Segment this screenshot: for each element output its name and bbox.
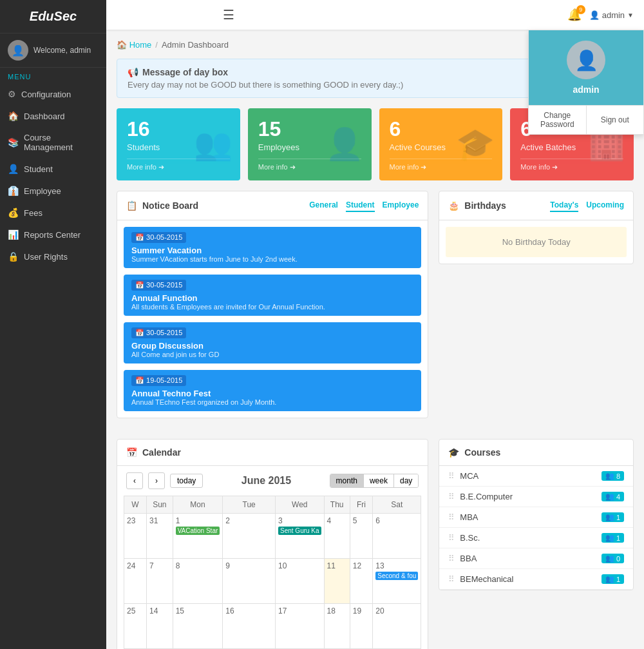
tab-student[interactable]: Student [346,199,375,212]
table-row[interactable]: 3Sent Guru Ka [276,514,325,559]
sidebar-item-employee[interactable]: 👔Employee [0,180,106,202]
cal-col-tue: Tue [223,496,276,514]
table-row[interactable]: 13Second & fou [373,559,421,604]
birthday-empty: No Birthday Today [446,227,627,257]
list-item[interactable]: ⠿ MCA 👥 8 [439,466,633,487]
sidebar-item-dashboard[interactable]: 🏠Dashboard [0,105,106,127]
calendar-next-button[interactable]: › [148,472,165,489]
sidebar-item-configuration[interactable]: ⚙Configuration [0,83,106,105]
course-badge: 👥 0 [601,554,624,563]
course-name: ⠿ MBA [448,512,478,522]
list-item[interactable]: 📅 30-05-2015 Summer Vacation Summer VAca… [124,227,421,268]
cal-col-fri: Fri [350,496,372,514]
list-item[interactable]: 📅 30-05-2015 Annual Function All student… [124,275,421,316]
drag-icon: ⠿ [448,554,455,563]
list-item[interactable]: 📅 30-05-2015 Group Discussion All Come a… [124,322,421,363]
course-name: ⠿ BBA [448,554,477,563]
drag-icon: ⠿ [448,574,455,584]
user-dropdown-name: admin [539,84,633,95]
sidebar-item-course-management[interactable]: 📚Course Management [0,127,106,158]
breadcrumb-home[interactable]: 🏠 Home [117,40,151,50]
table-row[interactable]: 4 [324,514,350,559]
calendar-today-button[interactable]: today [170,474,203,488]
change-password-button[interactable]: Change Password [529,106,587,134]
list-item[interactable]: ⠿ B.E.Computer 👥 4 [439,487,633,507]
sidebar-item-label: Reports Center [24,230,80,240]
table-row[interactable]: 5 [350,514,372,559]
table-row[interactable]: 15 [173,604,223,649]
notice-desc: All Come and join us for GD [131,351,413,358]
notice-board-title-group: 📋 Notice Board [126,200,198,211]
notice-desc: Summer VAcation starts from June to July… [131,255,413,263]
stat-card-students[interactable]: 16 Students More info ➜ 👥 [117,108,240,180]
tab-upcoming[interactable]: Upcoming [586,199,624,212]
hamburger-icon[interactable]: ☰ [223,7,234,23]
user-dropdown: 👤 admin Change Password Sign out [528,30,644,135]
user-dropdown-profile: 👤 admin [529,30,643,105]
table-row[interactable]: 20 [373,604,421,649]
calendar-event[interactable]: Sent Guru Ka [278,527,321,535]
course-badge: 👥 1 [601,533,624,543]
list-item[interactable]: ⠿ MBA 👥 1 [439,507,633,528]
sidebar-nav: ⚙Configuration🏠Dashboard📚Course Manageme… [0,83,106,267]
sidebar-item-label: Dashboard [24,111,65,121]
table-row[interactable]: 7 [147,559,173,604]
sidebar-item-student[interactable]: 👤Student [0,158,106,180]
table-row[interactable]: 18 [324,604,350,649]
course-name: ⠿ B.E.Computer [448,492,513,501]
calendar-month-view-button[interactable]: month [330,474,363,487]
sidebar-avatar: 👤 [8,40,28,61]
sidebar-item-fees[interactable]: 💰Fees [0,202,106,224]
table-row[interactable]: 14 [147,604,173,649]
table-row[interactable]: 11 [324,559,350,604]
sidebar-item-user-rights[interactable]: 🔒User Rights [0,246,106,267]
notice-title: Group Discussion [131,341,413,351]
bell-icon[interactable]: 🔔 9 [567,8,582,22]
birthdays-header: 🎂 Birthdays Today's Upcoming [439,191,633,220]
sidebar-item-reports-center[interactable]: 📊Reports Center [0,224,106,246]
tab-general[interactable]: General [309,199,338,212]
sidebar-user: 👤 Welcome, admin [0,34,106,68]
table-row[interactable]: 6 [373,514,421,559]
topbar-user-menu[interactable]: 👤 admin ▼ [589,10,634,20]
courses-panel: 🎓 Courses ⠿ MCA 👥 8 ⠿ B.E.Computer 👥 4 [439,439,634,590]
table-row[interactable]: 9 [223,559,276,604]
table-row[interactable]: 12 [350,559,372,604]
list-item[interactable]: ⠿ BEMechanical 👥 1 [439,569,633,590]
list-item[interactable]: ⠿ B.Sc. 👥 1 [439,528,633,548]
stat-card-employees[interactable]: 15 Employees More info ➜ 👤 [248,108,372,180]
calendar-day-view-button[interactable]: day [393,474,418,487]
table-row[interactable]: 10 [276,559,325,604]
calendar-event[interactable]: VACation Star [176,527,220,535]
table-row[interactable]: 1VACation Star [173,514,223,559]
calendar-icon: 📅 [126,447,137,458]
stat-card-active-courses[interactable]: 6 Active Courses More info ➜ 🎓 [379,108,503,180]
calendar-title-group: 📅 Calendar [126,447,181,458]
course-management-icon: 📚 [8,137,19,148]
configuration-icon: ⚙ [8,89,16,99]
notice-desc: Annual TEchno Fest organized on July Mon… [131,398,413,406]
calendar-event[interactable]: Second & fou [375,572,418,580]
table-row[interactable]: 8 [173,559,223,604]
sidebar-welcome: Welcome, admin [33,46,91,55]
table-row[interactable]: 16 [223,604,276,649]
list-item[interactable]: ⠿ BBA 👥 0 [439,548,633,569]
list-item[interactable]: 📅 19-05-2015 Annual Techno Fest Annual T… [124,370,421,411]
table-row[interactable]: 19 [350,604,372,649]
tab-employee[interactable]: Employee [383,199,419,212]
notice-desc: All students & Employees are invited for… [131,303,413,311]
notice-title: Annual Techno Fest [131,389,413,398]
sign-out-button[interactable]: Sign out [587,106,644,134]
tab-todays[interactable]: Today's [550,199,578,212]
calendar-table: W Sun Mon Tue Wed Thu Fri Sat [124,496,421,649]
sidebar-item-label: Course Management [24,133,99,152]
notice-date: 📅 30-05-2015 [131,280,186,291]
cal-col-thu: Thu [324,496,350,514]
notice-title: Annual Function [131,293,413,303]
table-row[interactable]: 2 [223,514,276,559]
calendar-week-view-button[interactable]: week [363,474,393,487]
calendar-panel-header: 📅 Calendar [117,440,428,466]
birthdays-title-group: 🎂 Birthdays [448,200,506,211]
calendar-prev-button[interactable]: ‹ [126,472,143,489]
table-row[interactable]: 17 [276,604,325,649]
